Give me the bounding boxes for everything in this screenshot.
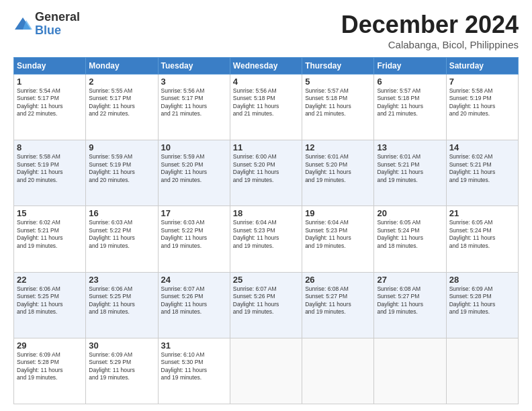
sunset-label: Sunset: 5:21 PM bbox=[377, 161, 419, 168]
day-number: 27 bbox=[377, 275, 443, 285]
sunrise-label: Sunrise: 6:10 AM bbox=[161, 351, 205, 358]
subtitle: Calabanga, Bicol, Philippines bbox=[341, 39, 519, 50]
day-number: 24 bbox=[161, 275, 227, 285]
day-number: 12 bbox=[305, 142, 371, 152]
sunrise-label: Sunrise: 6:03 AM bbox=[161, 219, 205, 226]
calendar-cell: 8 Sunrise: 5:58 AM Sunset: 5:19 PM Dayli… bbox=[14, 140, 86, 206]
daylight-label: Daylight: 11 hours bbox=[89, 301, 135, 308]
col-header-thursday: Thursday bbox=[302, 58, 374, 75]
day-info: Sunrise: 6:04 AM Sunset: 5:23 PM Dayligh… bbox=[305, 219, 371, 250]
title-block: December 2024 Calabanga, Bicol, Philippi… bbox=[341, 11, 519, 50]
sunset-label: Sunset: 5:20 PM bbox=[233, 161, 275, 168]
day-number: 15 bbox=[17, 208, 83, 218]
sunset-label: Sunset: 5:26 PM bbox=[161, 293, 204, 300]
calendar-cell: 6 Sunrise: 5:57 AM Sunset: 5:18 PM Dayli… bbox=[374, 75, 446, 140]
col-header-tuesday: Tuesday bbox=[158, 58, 230, 75]
daylight-minutes: and 18 minutes. bbox=[161, 308, 202, 315]
week-row-4: 22 Sunrise: 6:06 AM Sunset: 5:25 PM Dayl… bbox=[14, 272, 519, 338]
sunset-label: Sunset: 5:20 PM bbox=[161, 161, 204, 168]
calendar-cell: 31 Sunrise: 6:10 AM Sunset: 5:30 PM Dayl… bbox=[158, 338, 230, 404]
calendar-cell bbox=[374, 338, 446, 404]
calendar-cell: 20 Sunrise: 6:05 AM Sunset: 5:24 PM Dayl… bbox=[374, 206, 446, 272]
daylight-minutes: and 19 minutes. bbox=[17, 242, 57, 249]
daylight-label: Daylight: 11 hours bbox=[233, 234, 279, 241]
week-row-5: 29 Sunrise: 6:09 AM Sunset: 5:28 PM Dayl… bbox=[14, 338, 519, 404]
day-number: 4 bbox=[233, 77, 299, 87]
sunrise-label: Sunrise: 6:06 AM bbox=[89, 285, 132, 292]
sunrise-label: Sunrise: 6:06 AM bbox=[17, 285, 60, 292]
daylight-label: Daylight: 11 hours bbox=[17, 169, 63, 175]
logo-general: General bbox=[35, 11, 80, 24]
day-info: Sunrise: 6:02 AM Sunset: 5:21 PM Dayligh… bbox=[449, 153, 515, 184]
daylight-minutes: and 19 minutes. bbox=[89, 374, 129, 381]
daylight-label: Daylight: 11 hours bbox=[17, 301, 63, 308]
day-number: 5 bbox=[305, 77, 371, 87]
daylight-minutes: and 21 minutes. bbox=[377, 110, 417, 117]
daylight-label: Daylight: 11 hours bbox=[449, 169, 496, 175]
daylight-label: Daylight: 11 hours bbox=[377, 169, 423, 175]
sunset-label: Sunset: 5:18 PM bbox=[305, 95, 347, 101]
calendar-cell: 7 Sunrise: 5:58 AM Sunset: 5:19 PM Dayli… bbox=[446, 75, 518, 140]
calendar-cell: 17 Sunrise: 6:03 AM Sunset: 5:22 PM Dayl… bbox=[158, 206, 230, 272]
calendar-cell: 9 Sunrise: 5:59 AM Sunset: 5:19 PM Dayli… bbox=[86, 140, 158, 206]
sunset-label: Sunset: 5:29 PM bbox=[89, 359, 131, 365]
col-header-monday: Monday bbox=[86, 58, 158, 75]
sunset-label: Sunset: 5:17 PM bbox=[89, 95, 131, 101]
sunrise-label: Sunrise: 5:59 AM bbox=[161, 153, 205, 160]
sunrise-label: Sunrise: 6:07 AM bbox=[233, 285, 277, 292]
sunset-label: Sunset: 5:22 PM bbox=[161, 227, 204, 234]
sunrise-label: Sunrise: 6:04 AM bbox=[233, 219, 277, 226]
calendar-cell: 16 Sunrise: 6:03 AM Sunset: 5:22 PM Dayl… bbox=[86, 206, 158, 272]
sunrise-label: Sunrise: 6:09 AM bbox=[89, 351, 132, 358]
daylight-label: Daylight: 11 hours bbox=[305, 169, 351, 175]
daylight-label: Daylight: 11 hours bbox=[449, 301, 496, 308]
calendar-cell: 27 Sunrise: 6:08 AM Sunset: 5:27 PM Dayl… bbox=[374, 272, 446, 338]
sunset-label: Sunset: 5:24 PM bbox=[449, 227, 492, 234]
sunrise-label: Sunrise: 6:01 AM bbox=[305, 153, 349, 160]
calendar-cell: 18 Sunrise: 6:04 AM Sunset: 5:23 PM Dayl… bbox=[230, 206, 302, 272]
calendar-cell: 1 Sunrise: 5:54 AM Sunset: 5:17 PM Dayli… bbox=[14, 75, 86, 140]
sunrise-label: Sunrise: 5:57 AM bbox=[305, 87, 349, 94]
calendar-cell: 23 Sunrise: 6:06 AM Sunset: 5:25 PM Dayl… bbox=[86, 272, 158, 338]
sunset-label: Sunset: 5:27 PM bbox=[377, 293, 419, 300]
daylight-minutes: and 19 minutes. bbox=[233, 177, 273, 183]
daylight-label: Daylight: 11 hours bbox=[377, 234, 423, 241]
daylight-minutes: and 19 minutes. bbox=[233, 308, 273, 315]
day-info: Sunrise: 5:56 AM Sunset: 5:18 PM Dayligh… bbox=[233, 87, 299, 118]
sunset-label: Sunset: 5:21 PM bbox=[449, 161, 492, 168]
daylight-minutes: and 18 minutes. bbox=[89, 308, 129, 315]
day-number: 21 bbox=[449, 208, 515, 218]
daylight-minutes: and 21 minutes. bbox=[233, 110, 273, 117]
daylight-minutes: and 19 minutes. bbox=[449, 177, 490, 183]
daylight-label: Daylight: 11 hours bbox=[17, 234, 63, 241]
calendar-cell bbox=[446, 338, 518, 404]
sunset-label: Sunset: 5:23 PM bbox=[305, 227, 347, 234]
day-info: Sunrise: 5:59 AM Sunset: 5:19 PM Dayligh… bbox=[89, 153, 154, 184]
calendar-cell: 12 Sunrise: 6:01 AM Sunset: 5:20 PM Dayl… bbox=[302, 140, 374, 206]
day-info: Sunrise: 5:57 AM Sunset: 5:18 PM Dayligh… bbox=[377, 87, 443, 118]
calendar-cell: 4 Sunrise: 5:56 AM Sunset: 5:18 PM Dayli… bbox=[230, 75, 302, 140]
daylight-minutes: and 19 minutes. bbox=[89, 242, 129, 249]
sunrise-label: Sunrise: 6:00 AM bbox=[233, 153, 277, 160]
day-info: Sunrise: 5:56 AM Sunset: 5:17 PM Dayligh… bbox=[161, 87, 227, 118]
day-info: Sunrise: 6:06 AM Sunset: 5:25 PM Dayligh… bbox=[89, 285, 154, 316]
day-info: Sunrise: 6:08 AM Sunset: 5:27 PM Dayligh… bbox=[377, 285, 443, 316]
daylight-label: Daylight: 11 hours bbox=[89, 367, 135, 373]
calendar-cell: 26 Sunrise: 6:08 AM Sunset: 5:27 PM Dayl… bbox=[302, 272, 374, 338]
day-number: 9 bbox=[89, 142, 154, 152]
day-number: 16 bbox=[89, 208, 154, 218]
sunrise-label: Sunrise: 5:57 AM bbox=[377, 87, 420, 94]
day-number: 11 bbox=[233, 142, 299, 152]
calendar-cell: 3 Sunrise: 5:56 AM Sunset: 5:17 PM Dayli… bbox=[158, 75, 230, 140]
day-info: Sunrise: 6:05 AM Sunset: 5:24 PM Dayligh… bbox=[449, 219, 515, 250]
daylight-label: Daylight: 11 hours bbox=[89, 169, 135, 175]
daylight-minutes: and 20 minutes. bbox=[89, 177, 129, 183]
calendar-cell: 19 Sunrise: 6:04 AM Sunset: 5:23 PM Dayl… bbox=[302, 206, 374, 272]
daylight-minutes: and 20 minutes. bbox=[449, 110, 490, 117]
sunset-label: Sunset: 5:19 PM bbox=[17, 161, 59, 168]
daylight-label: Daylight: 11 hours bbox=[449, 103, 496, 109]
calendar-cell: 13 Sunrise: 6:01 AM Sunset: 5:21 PM Dayl… bbox=[374, 140, 446, 206]
day-number: 6 bbox=[377, 77, 443, 87]
calendar-cell: 15 Sunrise: 6:02 AM Sunset: 5:21 PM Dayl… bbox=[14, 206, 86, 272]
daylight-minutes: and 22 minutes. bbox=[17, 110, 57, 117]
